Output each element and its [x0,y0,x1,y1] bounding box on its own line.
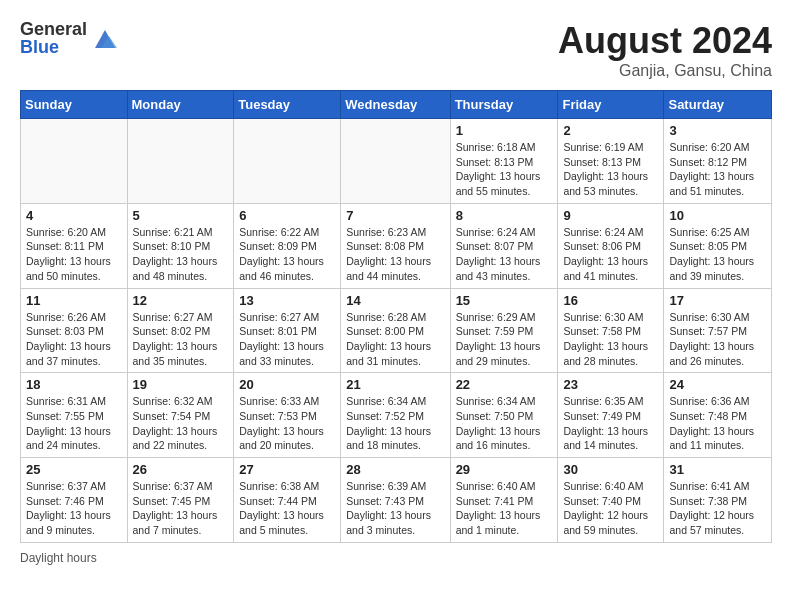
location: Ganjia, Gansu, China [558,62,772,80]
col-header-friday: Friday [558,91,664,119]
day-number: 4 [26,208,122,223]
day-number: 31 [669,462,766,477]
day-number: 19 [133,377,229,392]
day-number: 20 [239,377,335,392]
day-info: Sunrise: 6:30 AM Sunset: 7:58 PM Dayligh… [563,310,658,369]
table-row: 23Sunrise: 6:35 AM Sunset: 7:49 PM Dayli… [558,373,664,458]
table-row: 21Sunrise: 6:34 AM Sunset: 7:52 PM Dayli… [341,373,450,458]
table-row: 10Sunrise: 6:25 AM Sunset: 8:05 PM Dayli… [664,203,772,288]
day-info: Sunrise: 6:21 AM Sunset: 8:10 PM Dayligh… [133,225,229,284]
col-header-sunday: Sunday [21,91,128,119]
day-number: 21 [346,377,444,392]
calendar: SundayMondayTuesdayWednesdayThursdayFrid… [20,90,772,543]
table-row [341,119,450,204]
table-row: 17Sunrise: 6:30 AM Sunset: 7:57 PM Dayli… [664,288,772,373]
table-row: 27Sunrise: 6:38 AM Sunset: 7:44 PM Dayli… [234,458,341,543]
col-header-tuesday: Tuesday [234,91,341,119]
table-row: 2Sunrise: 6:19 AM Sunset: 8:13 PM Daylig… [558,119,664,204]
logo-general: General [20,20,87,38]
table-row: 29Sunrise: 6:40 AM Sunset: 7:41 PM Dayli… [450,458,558,543]
table-row [21,119,128,204]
day-info: Sunrise: 6:27 AM Sunset: 8:01 PM Dayligh… [239,310,335,369]
col-header-monday: Monday [127,91,234,119]
day-info: Sunrise: 6:37 AM Sunset: 7:45 PM Dayligh… [133,479,229,538]
day-info: Sunrise: 6:34 AM Sunset: 7:52 PM Dayligh… [346,394,444,453]
day-number: 9 [563,208,658,223]
table-row: 13Sunrise: 6:27 AM Sunset: 8:01 PM Dayli… [234,288,341,373]
table-row: 3Sunrise: 6:20 AM Sunset: 8:12 PM Daylig… [664,119,772,204]
day-number: 11 [26,293,122,308]
day-number: 24 [669,377,766,392]
day-info: Sunrise: 6:39 AM Sunset: 7:43 PM Dayligh… [346,479,444,538]
logo-text: General Blue [20,20,87,56]
day-number: 13 [239,293,335,308]
day-number: 5 [133,208,229,223]
day-number: 23 [563,377,658,392]
title-area: August 2024 Ganjia, Gansu, China [558,20,772,80]
table-row: 7Sunrise: 6:23 AM Sunset: 8:08 PM Daylig… [341,203,450,288]
day-number: 16 [563,293,658,308]
col-header-thursday: Thursday [450,91,558,119]
day-info: Sunrise: 6:24 AM Sunset: 8:06 PM Dayligh… [563,225,658,284]
table-row: 22Sunrise: 6:34 AM Sunset: 7:50 PM Dayli… [450,373,558,458]
table-row: 24Sunrise: 6:36 AM Sunset: 7:48 PM Dayli… [664,373,772,458]
day-number: 26 [133,462,229,477]
day-number: 17 [669,293,766,308]
table-row [127,119,234,204]
daylight-hours-label: Daylight hours [20,551,97,565]
day-info: Sunrise: 6:32 AM Sunset: 7:54 PM Dayligh… [133,394,229,453]
day-number: 18 [26,377,122,392]
table-row: 11Sunrise: 6:26 AM Sunset: 8:03 PM Dayli… [21,288,128,373]
table-row: 12Sunrise: 6:27 AM Sunset: 8:02 PM Dayli… [127,288,234,373]
day-info: Sunrise: 6:23 AM Sunset: 8:08 PM Dayligh… [346,225,444,284]
table-row: 18Sunrise: 6:31 AM Sunset: 7:55 PM Dayli… [21,373,128,458]
table-row: 20Sunrise: 6:33 AM Sunset: 7:53 PM Dayli… [234,373,341,458]
day-number: 2 [563,123,658,138]
logo: General Blue [20,20,119,56]
day-info: Sunrise: 6:30 AM Sunset: 7:57 PM Dayligh… [669,310,766,369]
table-row: 6Sunrise: 6:22 AM Sunset: 8:09 PM Daylig… [234,203,341,288]
day-number: 8 [456,208,553,223]
month-title: August 2024 [558,20,772,62]
day-info: Sunrise: 6:25 AM Sunset: 8:05 PM Dayligh… [669,225,766,284]
day-info: Sunrise: 6:19 AM Sunset: 8:13 PM Dayligh… [563,140,658,199]
table-row: 5Sunrise: 6:21 AM Sunset: 8:10 PM Daylig… [127,203,234,288]
day-info: Sunrise: 6:36 AM Sunset: 7:48 PM Dayligh… [669,394,766,453]
table-row: 14Sunrise: 6:28 AM Sunset: 8:00 PM Dayli… [341,288,450,373]
day-number: 14 [346,293,444,308]
day-info: Sunrise: 6:34 AM Sunset: 7:50 PM Dayligh… [456,394,553,453]
page-header: General Blue August 2024 Ganjia, Gansu, … [20,20,772,80]
day-number: 6 [239,208,335,223]
footer: Daylight hours [20,551,772,565]
table-row [234,119,341,204]
table-row: 4Sunrise: 6:20 AM Sunset: 8:11 PM Daylig… [21,203,128,288]
day-number: 15 [456,293,553,308]
day-info: Sunrise: 6:33 AM Sunset: 7:53 PM Dayligh… [239,394,335,453]
col-header-saturday: Saturday [664,91,772,119]
day-number: 12 [133,293,229,308]
day-info: Sunrise: 6:22 AM Sunset: 8:09 PM Dayligh… [239,225,335,284]
table-row: 19Sunrise: 6:32 AM Sunset: 7:54 PM Dayli… [127,373,234,458]
table-row: 8Sunrise: 6:24 AM Sunset: 8:07 PM Daylig… [450,203,558,288]
day-number: 30 [563,462,658,477]
day-info: Sunrise: 6:20 AM Sunset: 8:12 PM Dayligh… [669,140,766,199]
day-number: 27 [239,462,335,477]
day-number: 28 [346,462,444,477]
day-number: 7 [346,208,444,223]
day-info: Sunrise: 6:20 AM Sunset: 8:11 PM Dayligh… [26,225,122,284]
col-header-wednesday: Wednesday [341,91,450,119]
day-number: 25 [26,462,122,477]
day-info: Sunrise: 6:27 AM Sunset: 8:02 PM Dayligh… [133,310,229,369]
day-info: Sunrise: 6:31 AM Sunset: 7:55 PM Dayligh… [26,394,122,453]
logo-icon [91,24,119,52]
table-row: 31Sunrise: 6:41 AM Sunset: 7:38 PM Dayli… [664,458,772,543]
logo-blue: Blue [20,38,87,56]
day-info: Sunrise: 6:28 AM Sunset: 8:00 PM Dayligh… [346,310,444,369]
table-row: 30Sunrise: 6:40 AM Sunset: 7:40 PM Dayli… [558,458,664,543]
day-info: Sunrise: 6:37 AM Sunset: 7:46 PM Dayligh… [26,479,122,538]
table-row: 26Sunrise: 6:37 AM Sunset: 7:45 PM Dayli… [127,458,234,543]
day-number: 3 [669,123,766,138]
table-row: 16Sunrise: 6:30 AM Sunset: 7:58 PM Dayli… [558,288,664,373]
day-info: Sunrise: 6:26 AM Sunset: 8:03 PM Dayligh… [26,310,122,369]
day-number: 10 [669,208,766,223]
